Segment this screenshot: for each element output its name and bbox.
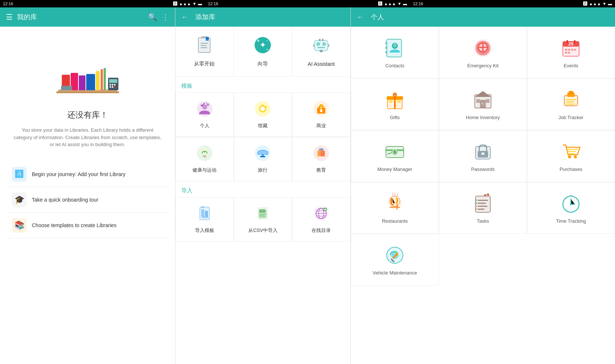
time-left: 12:16: [3, 1, 13, 6]
right-panel-content: @ Contacts Emergency Kit: [351, 27, 615, 364]
import-online[interactable]: 在线目录: [292, 197, 350, 242]
scratch-icon: [195, 36, 214, 56]
add-library-label: Begin your journey: Add your first Libra…: [32, 171, 125, 177]
svg-rect-112: [568, 52, 570, 54]
library-purchases[interactable]: Purchases: [527, 130, 615, 182]
business-template-icon: [313, 100, 330, 119]
passwords-label: Passwords: [471, 166, 495, 172]
svg-rect-106: [574, 40, 575, 44]
top-card-ai[interactable]: AI Assistant: [292, 27, 350, 76]
svg-rect-30: [315, 40, 328, 51]
time-tracking-label: Time Tracking: [556, 218, 586, 224]
svg-rect-143: [483, 154, 483, 156]
svg-rect-4: [79, 75, 85, 90]
svg-point-34: [317, 43, 319, 45]
library-restaurants[interactable]: Restaurants: [351, 182, 439, 234]
right-panel-title: 个人: [371, 13, 609, 21]
notification-icon-left: 🅰: [173, 1, 177, 6]
search-icon[interactable]: 🔍: [148, 13, 157, 21]
action-add-library[interactable]: 🅰 Begin your journey: Add your first Lib…: [6, 162, 169, 187]
svg-rect-5: [86, 74, 95, 90]
svg-rect-105: [567, 40, 568, 44]
svg-point-35: [323, 43, 325, 45]
svg-text:✦: ✦: [259, 40, 266, 50]
library-passwords[interactable]: Passwords: [439, 130, 527, 182]
import-csv-icon: CSV: [254, 205, 271, 223]
svg-rect-20: [201, 43, 208, 44]
top-cards-section: 从零开始 ✦ 向导: [175, 27, 350, 77]
svg-point-66: [260, 155, 261, 156]
top-card-scratch[interactable]: 从零开始: [175, 27, 234, 76]
left-panel-title: 我的库: [17, 13, 144, 21]
template-health[interactable]: 健康与运动: [175, 137, 234, 181]
library-vehicle-maintenance[interactable]: Vehicle Maintenance: [351, 234, 439, 286]
battery-right: ▬: [608, 1, 612, 6]
library-events[interactable]: 25 Events: [527, 27, 615, 78]
job-tracker-label: Job Tracker: [558, 115, 584, 120]
import-section-header: 导入: [175, 181, 350, 197]
svg-rect-94: [385, 47, 387, 49]
import-grid: 导入模板 CSV 从CSV中导入: [175, 197, 350, 242]
library-home-inventory[interactable]: Home Inventory: [439, 78, 527, 130]
no-library-desc: You store your data in Libraries. Each L…: [6, 127, 169, 148]
library-gifts[interactable]: Gifts: [351, 78, 439, 130]
svg-point-28: [266, 49, 268, 50]
svg-rect-89: [324, 209, 326, 210]
tasks-label: Tasks: [477, 218, 489, 224]
library-emergency[interactable]: Emergency Kit: [439, 27, 527, 78]
svg-text:CSV: CSV: [260, 209, 265, 212]
template-grid: 个人 馆藏: [175, 92, 350, 181]
svg-rect-17: [114, 86, 115, 88]
svg-rect-65: [260, 156, 265, 157]
svg-rect-6: [96, 71, 100, 90]
template-travel[interactable]: 旅行: [234, 137, 292, 181]
svg-rect-40: [328, 44, 329, 47]
svg-rect-111: [565, 52, 567, 54]
svg-rect-151: [475, 196, 490, 212]
import-template[interactable]: 导入模板: [175, 197, 234, 242]
svg-text:$: $: [394, 150, 396, 154]
battery-mid: ▬: [403, 1, 407, 6]
back-icon-right[interactable]: ←: [357, 13, 363, 21]
education-template-icon: [313, 145, 330, 163]
template-business[interactable]: 商业: [292, 92, 350, 137]
svg-text:@: @: [393, 43, 397, 47]
menu-icon[interactable]: ☰: [6, 13, 13, 21]
svg-rect-13: [112, 84, 113, 85]
collection-template-label: 馆藏: [258, 122, 268, 129]
template-section-header: 模板: [175, 77, 350, 92]
svg-rect-9: [61, 86, 72, 90]
action-choose-templates[interactable]: 📚 Choose templates to create Libraries: [6, 213, 169, 238]
back-icon-middle[interactable]: ←: [181, 13, 188, 21]
notification-icon-right: 🅰: [583, 1, 587, 6]
library-time-tracking[interactable]: Time Tracking: [527, 182, 615, 234]
svg-rect-154: [478, 203, 486, 204]
template-collection[interactable]: 馆藏: [234, 92, 292, 137]
gifts-label: Gifts: [390, 115, 400, 120]
svg-rect-82: [259, 215, 265, 216]
library-money-manager[interactable]: $ Money Manager: [351, 130, 439, 182]
template-personal[interactable]: 个人: [175, 92, 234, 137]
svg-rect-156: [478, 209, 484, 210]
wifi-mid: ▼: [397, 1, 401, 6]
svg-rect-95: [385, 51, 387, 53]
emergency-label: Emergency Kit: [467, 63, 499, 68]
top-card-wizard[interactable]: ✦ 向导: [234, 27, 292, 76]
svg-point-145: [574, 155, 577, 158]
library-job-tracker[interactable]: Job Tracker: [527, 78, 615, 130]
library-tasks[interactable]: Tasks: [439, 182, 527, 234]
collection-template-icon: [254, 100, 271, 119]
svg-rect-15: [110, 86, 111, 88]
onboarding-label: Take a quick onboarding tour: [32, 197, 98, 203]
template-education[interactable]: 教育: [292, 137, 350, 181]
svg-point-50: [262, 104, 264, 107]
svg-rect-38: [322, 39, 323, 41]
svg-rect-133: [566, 104, 575, 105]
more-icon[interactable]: ⋮: [162, 13, 169, 21]
import-csv[interactable]: CSV 从CSV中导入: [234, 197, 292, 242]
scratch-label: 从零开始: [194, 61, 215, 67]
left-panel-content: 还没有库！ You store your data in Libraries. …: [0, 27, 175, 364]
library-contacts[interactable]: @ Contacts: [351, 27, 439, 78]
action-onboarding-tour[interactable]: 🎓 Take a quick onboarding tour: [6, 187, 169, 213]
svg-point-44: [201, 105, 202, 106]
